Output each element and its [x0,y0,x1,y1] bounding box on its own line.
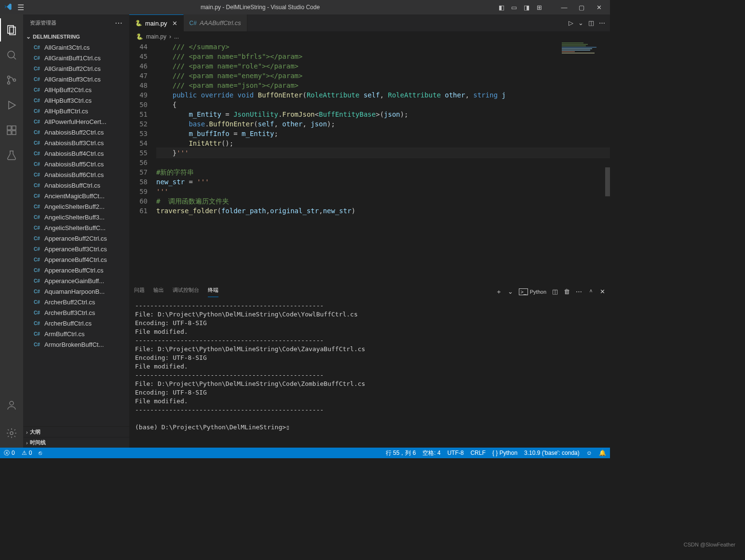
sb-language[interactable]: { } Python [492,450,517,456]
sb-spaces[interactable]: 空格: 4 [422,449,440,457]
svg-rect-8 [7,131,11,135]
file-item[interactable]: AngelicShelterBuff3... [23,212,129,222]
file-item[interactable]: AngelicShelterBuff2... [23,201,129,212]
panel-tab-problems[interactable]: 问题 [134,287,145,297]
file-item[interactable]: AllPowerfulHeroCert... [23,116,129,127]
scrollbar-thumb[interactable] [605,167,610,196]
file-item[interactable]: ApperanceBuff2Ctrl.cs [23,233,129,244]
sb-interpreter[interactable]: 3.10.9 ('base': conda) [524,450,580,456]
sb-encoding[interactable]: UTF-8 [447,450,464,456]
split-terminal-icon[interactable]: ◫ [552,288,558,295]
terminal-output[interactable]: ----------------------------------------… [129,300,610,448]
tab-secondary[interactable]: C# AAABuffCtrl.cs [184,14,247,31]
chevron-right-icon: › [26,429,28,435]
file-item[interactable]: ArcherBuff3Ctrl.cs [23,307,129,318]
sidebar-more-icon[interactable]: ⋯ [115,18,122,27]
timeline-panel[interactable]: › 时间线 [23,437,129,448]
file-list[interactable]: AllGraint3Ctrl.csAllGraintBuff1Ctrl.csAl… [23,42,129,426]
extensions-icon[interactable] [0,119,23,142]
csharp-icon [34,192,41,200]
svg-point-11 [10,401,14,405]
file-item[interactable]: AnabiosisBuffCtrl.cs [23,180,129,191]
explorer-icon[interactable] [0,18,23,41]
kill-terminal-icon[interactable]: 🗑 [564,288,570,295]
code-editor[interactable]: 444546474849505152535455565758596061 ///… [129,42,610,284]
file-item[interactable]: AngelicShelterBuffC... [23,222,129,233]
file-item[interactable]: AnabiosisBuff4Ctrl.cs [23,148,129,159]
file-label: ArcherBuff3Ctrl.cs [44,309,95,316]
close-tab-icon[interactable]: ✕ [172,20,177,27]
breadcrumb[interactable]: 🐍 main.py › ... [129,31,610,42]
file-item[interactable]: ApperanceBuff3Ctrl.cs [23,244,129,254]
panel-tab-debug[interactable]: 调试控制台 [173,287,199,297]
run-debug-icon[interactable] [0,94,23,117]
csharp-icon [34,277,41,285]
code-body[interactable]: /// </summary> /// <param name="bfrls"><… [156,42,610,284]
settings-gear-icon[interactable] [0,422,23,445]
file-label: AnabiosisBuff3Ctrl.cs [44,139,104,147]
file-item[interactable]: AllGraintBuff1Ctrl.cs [23,53,129,63]
source-control-icon[interactable] [0,68,23,92]
maximize-icon[interactable]: ▢ [574,0,589,14]
file-item[interactable]: ApperanceBuffCtrl.cs [23,265,129,275]
customize-layout-icon[interactable]: ⊞ [534,2,544,13]
file-item[interactable]: AnabiosisBuff6Ctrl.cs [23,169,129,180]
file-item[interactable]: AllGraint3Ctrl.cs [23,42,129,53]
file-item[interactable]: AquamanHarpoonB... [23,286,129,297]
close-panel-icon[interactable]: ✕ [600,288,605,295]
file-item[interactable]: ArmorBrokenBuffCt... [23,339,129,350]
file-item[interactable]: AncientMagicBuffCt... [23,191,129,201]
more-icon[interactable]: ⋯ [599,19,605,27]
file-label: AllGraint3Ctrl.cs [44,44,90,51]
run-icon[interactable]: ▷ [569,19,573,27]
menu-button[interactable]: ☰ [17,3,24,12]
file-item[interactable]: AnabiosisBuff3Ctrl.cs [23,137,129,148]
sb-cursor[interactable]: 行 55，列 6 [386,449,416,457]
terminal-profile[interactable]: >_Python [519,288,546,295]
minimize-icon[interactable]: — [557,0,571,14]
file-item[interactable]: AnabiosisBuff2Ctrl.cs [23,127,129,137]
search-icon[interactable] [0,43,23,67]
file-item[interactable]: AllGraintBuff2Ctrl.cs [23,63,129,74]
chevron-right-icon: › [169,33,171,40]
sb-warnings[interactable]: ⚠ 0 [22,450,32,456]
file-item[interactable]: AllHpBuff2Ctrl.cs [23,84,129,95]
csharp-icon [34,234,41,242]
terminal-dropdown-icon[interactable]: ⌄ [508,288,513,295]
toggle-panel-right-icon[interactable]: ◨ [521,2,532,13]
split-editor-icon[interactable]: ◫ [588,19,594,27]
run-dropdown-icon[interactable]: ⌄ [578,19,583,27]
more-icon[interactable]: ⋯ [576,288,582,295]
accounts-icon[interactable] [0,394,23,417]
tab-label: AAABuffCtrl.cs [200,19,241,27]
sb-notifications-icon[interactable]: 🔔 [599,450,606,456]
file-item[interactable]: AnabiosisBuff5Ctrl.cs [23,159,129,169]
toggle-panel-bottom-icon[interactable]: ▭ [509,2,519,13]
file-item[interactable]: AllHpBuff3Ctrl.cs [23,95,129,106]
maximize-panel-icon[interactable]: ＾ [588,287,594,296]
file-item[interactable]: ArcherBuffCtrl.cs [23,318,129,328]
panel-tab-terminal[interactable]: 终端 [208,287,218,297]
breadcrumb-more: ... [174,33,179,40]
sb-errors[interactable]: ⓧ 0 [4,449,15,457]
sb-feedback-icon[interactable]: ☺ [586,450,592,456]
testing-icon[interactable] [0,144,23,167]
file-item[interactable]: AllGraintBuff3Ctrl.cs [23,74,129,84]
tab-main-py[interactable]: 🐍 main.py ✕ [129,14,184,31]
file-item[interactable]: ArcherBuff2Ctrl.cs [23,297,129,307]
sb-eol[interactable]: CRLF [471,450,486,456]
csharp-icon [34,319,41,327]
new-terminal-icon[interactable]: ＋ [496,287,502,296]
close-icon[interactable]: ✕ [592,0,606,14]
outline-panel[interactable]: › 大纲 [23,426,129,437]
file-item[interactable]: ApperanceBuff4Ctrl.cs [23,254,129,265]
toggle-panel-left-icon[interactable]: ◧ [496,2,507,13]
file-item[interactable]: ArmBuffCtrl.cs [23,328,129,339]
folder-header[interactable]: ⌄ DELMLINESTRING [23,31,129,42]
panel-tab-output[interactable]: 输出 [153,287,164,297]
file-item[interactable]: AllHpBuffCtrl.cs [23,106,129,116]
sb-ports[interactable]: ⎋ [39,450,42,456]
file-item[interactable]: ApperanceGainBuff... [23,275,129,286]
file-label: AnabiosisBuff6Ctrl.cs [44,171,104,178]
csharp-icon [34,266,41,274]
